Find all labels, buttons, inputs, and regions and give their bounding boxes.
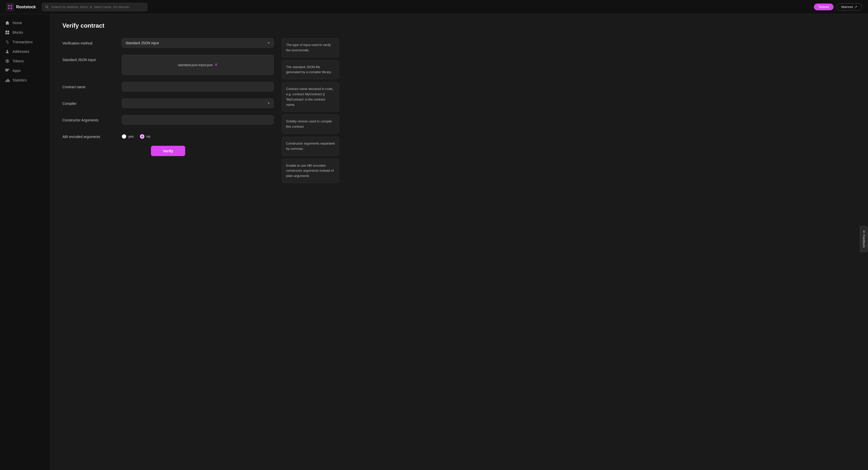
svg-rect-13 xyxy=(5,81,6,82)
hint-contract-name: Contract name declared in code, e.g. con… xyxy=(282,82,339,111)
abi-no-label: no xyxy=(147,134,151,138)
home-icon xyxy=(5,21,9,25)
svg-rect-2 xyxy=(5,31,7,32)
svg-rect-14 xyxy=(6,79,7,82)
hint-verification-method: The type of input used to verify the sou… xyxy=(282,38,339,57)
nav-right: Testnet Mainnet ↗ xyxy=(814,3,862,10)
hint-standard-json: The standard JSON file generated by a co… xyxy=(282,60,339,79)
abi-yes-option[interactable]: yes xyxy=(122,134,134,139)
standard-json-label: Standard JSON input xyxy=(62,55,118,62)
testnet-button[interactable]: Testnet xyxy=(814,3,834,10)
search-bar[interactable] xyxy=(42,3,148,11)
svg-rect-0 xyxy=(7,4,13,10)
svg-rect-15 xyxy=(8,79,8,82)
sidebar-item-apps[interactable]: Apps xyxy=(0,66,50,75)
constructor-args-label: Constructor Arguments xyxy=(62,115,118,122)
abi-encoded-row: ABI encoded arguments yes no xyxy=(62,132,274,139)
svg-rect-4 xyxy=(5,33,7,34)
hints-panel: The type of input used to verify the sou… xyxy=(282,38,339,186)
verification-method-wrapper: Standard JSON input Solidity (single fil… xyxy=(122,38,274,48)
transactions-icon xyxy=(5,40,9,44)
svg-rect-3 xyxy=(7,31,9,32)
svg-rect-12 xyxy=(7,70,8,71)
filename: standard-json-input.json xyxy=(178,63,213,67)
apps-icon xyxy=(5,68,9,73)
hint-constructor-args: Constructor arguments separated by comma… xyxy=(282,137,339,156)
feedback-label: Feedback xyxy=(862,235,866,248)
abi-yes-label: yes xyxy=(128,134,134,138)
svg-rect-16 xyxy=(9,80,9,82)
compiler-wrapper: ▼ xyxy=(122,99,274,108)
sidebar-item-blocks[interactable]: Blocks xyxy=(0,28,50,37)
contract-name-label: Contract name xyxy=(62,82,118,89)
hint-abi-encoded: Enable to use ABI encoded constructor ar… xyxy=(282,159,339,183)
abi-encoded-label: ABI encoded arguments xyxy=(62,132,118,139)
verification-method-label: Verification method xyxy=(62,38,118,45)
statistics-icon xyxy=(5,78,9,82)
constructor-args-row: Constructor Arguments xyxy=(62,115,274,125)
main-content: Verify contract Verification method Stan… xyxy=(50,14,868,470)
sidebar-item-statistics[interactable]: Statistics xyxy=(0,75,50,85)
sidebar: Home Blocks Transactions Addresses Token… xyxy=(0,14,50,470)
tokens-icon xyxy=(5,59,9,63)
sidebar-item-home[interactable]: Home xyxy=(0,18,50,28)
form-fields: Verification method Standard JSON input … xyxy=(62,38,274,186)
abi-encoded-radio-group: yes no xyxy=(122,132,274,139)
standard-json-row: Standard JSON input standard-json-input.… xyxy=(62,55,274,75)
abi-yes-radio[interactable] xyxy=(122,134,126,139)
page-title: Verify contract xyxy=(62,22,856,29)
file-upload-area[interactable]: standard-json-input.json ✕ xyxy=(122,55,274,75)
compiler-select[interactable] xyxy=(122,99,274,108)
constructor-args-input[interactable] xyxy=(122,115,274,125)
sidebar-item-tokens[interactable]: Tokens xyxy=(0,56,50,66)
feedback-icon: ✉ xyxy=(862,231,866,233)
form-container: Verification method Standard JSON input … xyxy=(62,38,339,186)
svg-rect-8 xyxy=(5,69,7,70)
verify-row: Verify xyxy=(62,146,274,156)
logo-text: Rootstock xyxy=(16,5,36,9)
addresses-icon xyxy=(5,49,9,54)
svg-point-6 xyxy=(6,50,8,52)
sidebar-item-addresses[interactable]: Addresses xyxy=(0,47,50,56)
verify-button[interactable]: Verify xyxy=(151,146,185,156)
mainnet-button[interactable]: Mainnet ↗ xyxy=(837,3,862,10)
sidebar-item-transactions[interactable]: Transactions xyxy=(0,37,50,47)
hint-compiler: Solidity version used to compile this co… xyxy=(282,114,339,134)
logo-icon xyxy=(6,3,14,11)
abi-no-radio[interactable] xyxy=(140,134,145,139)
logo[interactable]: Rootstock xyxy=(6,3,36,11)
blocks-icon xyxy=(5,30,9,35)
svg-rect-5 xyxy=(7,33,9,34)
search-icon xyxy=(45,5,49,9)
svg-rect-10 xyxy=(8,69,9,70)
search-input[interactable] xyxy=(51,5,144,9)
verification-method-select[interactable]: Standard JSON input Solidity (single fil… xyxy=(122,38,274,48)
compiler-label: Compiler xyxy=(62,99,118,106)
svg-rect-11 xyxy=(5,70,7,71)
file-chip: standard-json-input.json ✕ xyxy=(178,63,218,67)
contract-name-input[interactable] xyxy=(122,82,274,92)
file-remove-button[interactable]: ✕ xyxy=(214,63,218,67)
contract-name-row: Contract name xyxy=(62,82,274,92)
feedback-tab[interactable]: ✉ Feedback xyxy=(860,226,868,252)
compiler-row: Compiler ▼ xyxy=(62,99,274,108)
verification-method-row: Verification method Standard JSON input … xyxy=(62,38,274,48)
svg-rect-9 xyxy=(7,69,8,70)
topnav: Rootstock Testnet Mainnet ↗ xyxy=(0,0,868,14)
abi-no-option[interactable]: no xyxy=(140,134,151,139)
